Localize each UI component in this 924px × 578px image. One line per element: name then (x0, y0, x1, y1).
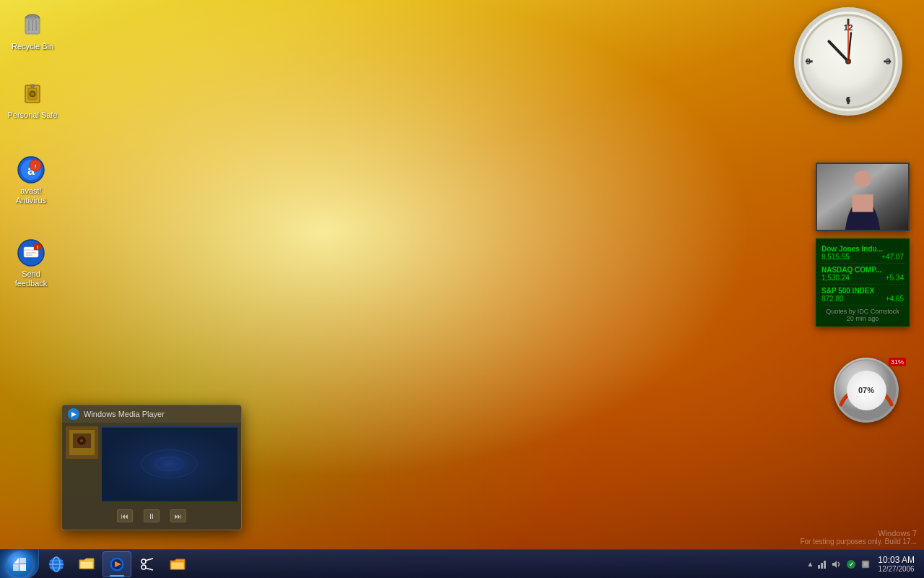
svg-point-10 (31, 92, 34, 95)
tray-security-icon[interactable]: ✓ (845, 558, 857, 570)
taskbar-icon-ie[interactable] (42, 551, 71, 577)
svg-rect-49 (102, 428, 237, 501)
taskbar-items (39, 551, 801, 577)
memory-badge: 31% (889, 358, 906, 366)
wmp-controls[interactable]: ⏮ ⏸ ⏭ (66, 506, 237, 526)
wmp-prev-button[interactable]: ⏮ (117, 509, 133, 522)
desktop-icon-avast[interactable]: a ! avast!Antivirus (6, 155, 56, 205)
svg-rect-67 (818, 565, 820, 569)
start-orb (6, 551, 32, 577)
stock-row-nasdaq: NASDAQ COMP... 1,530.24 +5.34 (820, 264, 905, 285)
personal-safe-label: Personal Safe (7, 111, 57, 120)
svg-point-63 (141, 565, 146, 569)
wmp-next-button[interactable]: ⏭ (170, 509, 186, 522)
taskbar-icon-scissors[interactable] (133, 551, 162, 577)
svg-text:!: ! (35, 163, 37, 170)
personal-safe-icon (18, 79, 47, 108)
stock-source: Quotes by IDC Comstock 20 min ago (820, 306, 905, 322)
clock-widget[interactable]: 12 3 6 9 (794, 7, 910, 123)
svg-text:9: 9 (806, 56, 811, 66)
system-tray: ▲ ✓ 10:03 AM (801, 555, 924, 573)
recycle-bin-icon (18, 11, 47, 40)
svg-rect-69 (824, 561, 826, 569)
svg-point-37 (847, 60, 850, 63)
clock-time: 10:03 AM (878, 555, 915, 565)
avast-icon: a ! (17, 155, 45, 184)
wmp-album-area (66, 426, 237, 502)
svg-line-65 (145, 568, 153, 570)
start-button[interactable] (0, 550, 39, 579)
gauge-outer: 07% (834, 358, 899, 423)
svg-point-51 (141, 450, 197, 478)
stock-row-dow: Dow Jones Indu... 8,515.55 +47.07 (820, 243, 905, 264)
wmp-album-art (66, 426, 98, 459)
svg-point-40 (854, 171, 871, 187)
stock-widget[interactable]: Dow Jones Indu... 8,515.55 +47.07 NASDAQ… (816, 238, 910, 327)
tray-show-hidden-button[interactable]: ▲ (806, 560, 814, 568)
stock-row-sp500: S&P 500 INDEX 872.80 +4.65 (820, 285, 905, 306)
svg-text:6: 6 (846, 95, 851, 105)
send-feedback-icon: ! (17, 238, 45, 267)
svg-rect-68 (821, 563, 823, 569)
svg-rect-11 (31, 85, 34, 87)
svg-rect-74 (863, 562, 868, 566)
performance-widget[interactable]: 07% 31% (819, 354, 913, 426)
desktop-icon-send-feedback[interactable]: ! Sendfeedback (6, 238, 56, 288)
os-watermark: Windows 7 For testing purposes only. Bui… (800, 529, 917, 545)
svg-text:✓: ✓ (849, 561, 854, 568)
svg-text:!: ! (37, 245, 38, 250)
tray-network-icon[interactable] (816, 558, 828, 570)
svg-point-52 (155, 457, 183, 470)
clock-face: 12 3 6 9 (794, 7, 902, 116)
send-feedback-label: Sendfeedback (15, 269, 48, 288)
wmp-titlebar[interactable]: ▶ Windows Media Player (62, 405, 241, 423)
wmp-play-pause-button[interactable]: ⏸ (144, 509, 160, 522)
wmp-popup: ▶ Windows Media Player (61, 405, 242, 530)
tray-volume-icon[interactable] (831, 558, 842, 570)
svg-point-50 (128, 439, 212, 488)
wmp-content: ⏮ ⏸ ⏭ (62, 423, 241, 530)
svg-rect-66 (171, 562, 184, 569)
svg-point-6 (29, 17, 36, 20)
tray-power-icon[interactable] (860, 558, 871, 570)
svg-point-48 (80, 439, 83, 442)
wmp-icon: ▶ (68, 408, 79, 420)
wmp-visualizer (102, 426, 237, 502)
taskbar-icon-wmp[interactable] (103, 551, 131, 577)
svg-rect-41 (852, 194, 873, 212)
svg-rect-58 (80, 561, 93, 569)
system-clock[interactable]: 10:03 AM 12/27/2006 (874, 555, 918, 573)
wmp-title: Windows Media Player (84, 410, 165, 418)
clock-date: 12/27/2006 (878, 565, 915, 573)
desktop-icon-recycle-bin[interactable]: Recycle Bin (7, 11, 58, 51)
avast-label: avast!Antivirus (16, 186, 46, 205)
photo-display (817, 164, 908, 230)
svg-marker-70 (832, 561, 837, 568)
photo-widget[interactable] (816, 163, 910, 231)
wmp-album-thumb (66, 426, 98, 459)
taskbar-icon-explorer[interactable] (72, 551, 101, 577)
taskbar-icon-folder[interactable] (163, 551, 192, 577)
cpu-value: 07% (847, 371, 886, 410)
taskbar: ▲ ✓ 10:03 AM (0, 549, 924, 578)
svg-text:3: 3 (886, 56, 891, 66)
svg-line-64 (145, 558, 153, 561)
svg-point-62 (141, 559, 146, 564)
recycle-bin-label: Recycle Bin (12, 42, 53, 51)
desktop-icon-personal-safe[interactable]: Personal Safe (7, 79, 58, 120)
